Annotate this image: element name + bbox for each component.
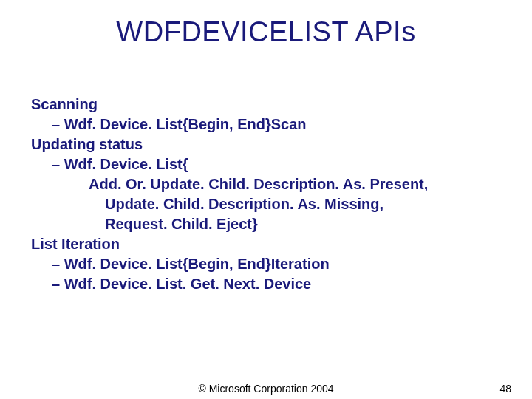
bullet-subitem: Request. Child. Eject} <box>31 214 501 234</box>
section-heading-iteration: List Iteration <box>31 234 501 254</box>
bullet-item: Wdf. Device. List{Begin, End}Scan <box>31 115 501 134</box>
copyright-text: © Microsoft Corporation 2004 <box>0 383 532 395</box>
bullet-subitem: Add. Or. Update. Child. Description. As.… <box>31 174 501 194</box>
bullet-subitem: Update. Child. Description. As. Missing, <box>31 194 501 214</box>
bullet-item: Wdf. Device. List. Get. Next. Device <box>31 274 501 294</box>
section-heading-scanning: Scanning <box>31 95 501 115</box>
bullet-item: Wdf. Device. List{Begin, End}Iteration <box>31 254 501 274</box>
slide: WDFDEVICELIST APIs Scanning Wdf. Device.… <box>0 0 532 399</box>
bullet-item: Wdf. Device. List{ <box>31 154 501 174</box>
section-heading-updating: Updating status <box>31 134 501 154</box>
page-number: 48 <box>499 383 511 395</box>
slide-title: WDFDEVICELIST APIs <box>0 16 532 48</box>
slide-body: Scanning Wdf. Device. List{Begin, End}Sc… <box>31 95 501 294</box>
